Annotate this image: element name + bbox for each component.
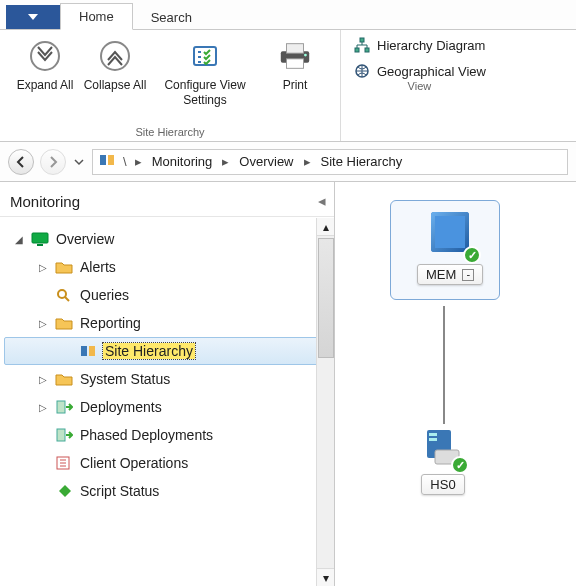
monitor-icon [30, 229, 50, 249]
print-button[interactable]: Print [260, 36, 330, 95]
chevron-down-icon [28, 12, 38, 22]
chevron-down-icon [74, 157, 84, 167]
tree-item[interactable]: ▷Queries [4, 281, 334, 309]
tree-item[interactable]: ▷Site Hierarchy [4, 337, 334, 365]
arrow-right-icon [47, 156, 59, 168]
navigation-tree: ◢Overview▷Alerts▷Queries▷Reporting▷Site … [0, 217, 334, 513]
collapse-all-button[interactable]: Collapse All [80, 36, 150, 95]
navigation-header: Monitoring ◂ [0, 182, 334, 217]
nav-forward-button[interactable] [40, 149, 66, 175]
server-icon: ✓ [421, 426, 465, 470]
tree-item-label: Client Operations [78, 455, 188, 471]
breadcrumb-site-hierarchy[interactable]: Site Hierarchy [317, 152, 407, 171]
expander-closed-icon[interactable]: ▷ [36, 316, 50, 330]
svg-point-15 [58, 290, 66, 298]
tree-item[interactable]: ▷Alerts [4, 253, 334, 281]
svg-rect-13 [32, 233, 48, 243]
svg-rect-9 [365, 48, 369, 52]
svg-rect-4 [286, 44, 303, 53]
ribbon-group-view: Hierarchy Diagram Geographical View View [341, 30, 498, 141]
svg-rect-7 [360, 38, 364, 42]
chevron-right-icon: ▸ [302, 154, 313, 169]
tree-item-label: Deployments [78, 399, 162, 415]
svg-rect-23 [435, 216, 465, 248]
folder-icon [54, 257, 74, 277]
tree-item[interactable]: ▷Phased Deployments [4, 421, 334, 449]
breadcrumb[interactable]: \ ▸ Monitoring ▸ Overview ▸ Site Hierarc… [92, 149, 568, 175]
status-ok-icon: ✓ [463, 246, 481, 264]
expander-closed-icon[interactable]: ▷ [36, 372, 50, 386]
expander-closed-icon[interactable]: ▷ [36, 260, 50, 274]
diagram-node-hs0[interactable]: ✓ HS0 [421, 426, 465, 495]
expander-closed-icon[interactable]: ▷ [36, 400, 50, 414]
svg-rect-11 [100, 155, 106, 165]
diagram-node-mem[interactable]: ✓ MEM - [417, 206, 483, 285]
ribbon-group-site-hierarchy: Expand All Collapse All Configure View S… [0, 30, 341, 141]
breadcrumb-monitoring[interactable]: Monitoring [148, 152, 217, 171]
site-icon [99, 152, 117, 171]
tree-item-label: System Status [78, 371, 170, 387]
chevron-right-icon: ▸ [220, 154, 231, 169]
geographical-view-label: Geographical View [377, 64, 486, 79]
breadcrumb-overview[interactable]: Overview [235, 152, 297, 171]
tree-item[interactable]: ◢Overview [4, 225, 334, 253]
navigation-pane: Monitoring ◂ ◢Overview▷Alerts▷Queries▷Re… [0, 182, 335, 586]
scroll-down-button[interactable]: ▾ [317, 568, 334, 586]
clientop-icon [54, 453, 74, 473]
node-collapse-toggle[interactable]: - [462, 269, 474, 281]
svg-rect-14 [37, 244, 43, 246]
collapse-all-label: Collapse All [84, 78, 147, 93]
geographical-view-button[interactable]: Geographical View [353, 62, 486, 80]
scrollbar[interactable]: ▴ ▾ [316, 218, 334, 586]
expand-all-button[interactable]: Expand All [10, 36, 80, 95]
app-menu-button[interactable] [6, 5, 60, 29]
node-label: MEM - [417, 264, 483, 285]
globe-icon [353, 62, 371, 80]
status-ok-icon: ✓ [451, 456, 469, 474]
svg-rect-16 [81, 346, 87, 356]
diagram-canvas[interactable]: ✓ MEM - ✓ HS0 [335, 182, 576, 586]
tree-item[interactable]: ▷Deployments [4, 393, 334, 421]
node-label-text: HS0 [430, 477, 455, 492]
hierarchy-diagram-button[interactable]: Hierarchy Diagram [353, 36, 486, 54]
svg-rect-27 [429, 438, 437, 441]
node-label: HS0 [421, 474, 464, 495]
expand-all-icon [27, 38, 63, 74]
tree-item-label: Script Status [78, 483, 159, 499]
scroll-thumb[interactable] [318, 238, 334, 358]
search-icon [54, 285, 74, 305]
server-icon: ✓ [423, 206, 477, 260]
expand-all-label: Expand All [17, 78, 74, 93]
nav-history-dropdown[interactable] [72, 157, 86, 167]
folder-icon [54, 313, 74, 333]
deploy-icon [54, 397, 74, 417]
chevron-right-icon: ▸ [133, 154, 144, 169]
svg-rect-26 [429, 433, 437, 436]
expander-open-icon[interactable]: ◢ [12, 232, 26, 246]
svg-rect-8 [355, 48, 359, 52]
svg-rect-19 [57, 429, 65, 441]
scroll-up-button[interactable]: ▴ [317, 218, 334, 236]
tree-item[interactable]: ▷Reporting [4, 309, 334, 337]
ribbon-group-label-view: View [408, 80, 432, 95]
tree-item-label: Alerts [78, 259, 116, 275]
tab-search[interactable]: Search [133, 5, 210, 30]
node-label-text: MEM [426, 267, 456, 282]
svg-point-6 [304, 54, 307, 57]
ribbon-group-label-hierarchy: Site Hierarchy [135, 126, 204, 141]
configure-view-button[interactable]: Configure View Settings [150, 36, 260, 110]
diagram-edge [443, 306, 445, 424]
tree-item-label: Phased Deployments [78, 427, 213, 443]
nav-back-button[interactable] [8, 149, 34, 175]
tab-home[interactable]: Home [60, 3, 133, 30]
site-icon [79, 341, 99, 361]
svg-rect-12 [108, 155, 114, 165]
deploy-icon [54, 425, 74, 445]
configure-view-icon [187, 38, 223, 74]
tree-item[interactable]: ▷System Status [4, 365, 334, 393]
tree-item-label: Overview [54, 231, 114, 247]
tree-item[interactable]: ▷Script Status [4, 477, 334, 505]
tree-item-label: Queries [78, 287, 129, 303]
collapse-pane-icon[interactable]: ◂ [318, 192, 326, 210]
tree-item[interactable]: ▷Client Operations [4, 449, 334, 477]
